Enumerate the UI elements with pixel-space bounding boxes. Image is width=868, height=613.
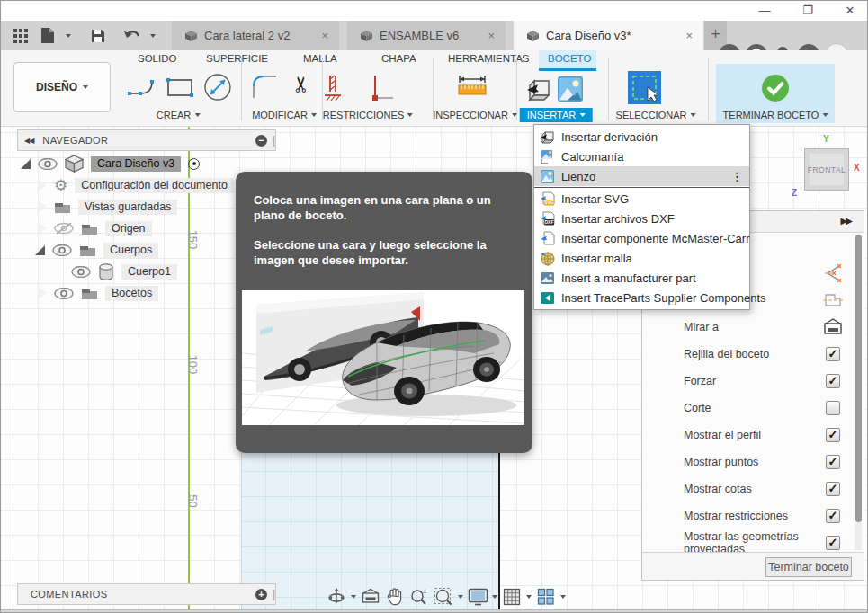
navigator-collapse-icon[interactable]: − xyxy=(255,135,267,147)
collapse-left-icon[interactable]: ◀◀ xyxy=(24,137,33,145)
tree-item-label[interactable]: Origen xyxy=(105,221,152,236)
tree-item-label[interactable]: Cuerpos xyxy=(103,243,158,258)
group-terminar-boceto[interactable]: TERMINAR BOCETO xyxy=(723,108,828,121)
group-inspeccionar[interactable]: INSPECCIONAR xyxy=(433,108,517,121)
tree-item-label[interactable]: Cuerpo1 xyxy=(121,264,177,280)
expand-closed-icon[interactable] xyxy=(39,223,47,234)
menu-item-insert-mesh[interactable]: Insertar malla xyxy=(534,248,749,268)
select-tool-icon[interactable] xyxy=(628,71,661,104)
tab-boceto[interactable]: BOCETO xyxy=(548,53,591,69)
finish-sketch-button[interactable]: Terminar boceto xyxy=(765,557,852,577)
menu-item-decal[interactable]: Calcomanía xyxy=(534,147,749,166)
expand-closed-icon[interactable] xyxy=(39,201,47,212)
expand-open-icon[interactable] xyxy=(21,159,31,169)
fit-caret-icon[interactable] xyxy=(458,595,463,599)
look-at-icon[interactable] xyxy=(361,587,380,607)
rectangle-tool-icon[interactable] xyxy=(165,74,195,101)
add-comment-icon[interactable]: + xyxy=(255,589,267,600)
look-at-icon[interactable] xyxy=(822,318,844,336)
zoom-icon[interactable]: ± xyxy=(409,587,429,607)
tree-row[interactable]: Origen xyxy=(39,218,152,238)
comments-grip-icon[interactable]: | xyxy=(273,588,275,600)
menu-item-manufacturer-part[interactable]: Insert a manufacturer part xyxy=(534,268,749,288)
tab-chapa[interactable]: CHAPA xyxy=(381,53,416,69)
viewports-caret-icon[interactable] xyxy=(560,595,566,599)
tree-row-root[interactable]: Cara Diseño v3 xyxy=(21,154,200,173)
tab-close-icon[interactable]: × xyxy=(684,29,694,42)
doc-tab[interactable]: Cara lateral 2 v2 × xyxy=(172,21,339,50)
navigator-header[interactable]: ◀◀ NAVEGADOR − | xyxy=(17,129,276,151)
orbit-icon[interactable] xyxy=(327,587,346,607)
menu-item-traceparts[interactable]: Insert TraceParts Supplier Components xyxy=(534,288,749,307)
visibility-off-eye-icon[interactable] xyxy=(54,222,74,235)
canvas-tool-icon[interactable] xyxy=(557,76,584,102)
comments-bar[interactable]: COMENTARIOS + | xyxy=(17,583,276,605)
activate-component-radio[interactable] xyxy=(188,158,200,170)
tree-item-label[interactable]: Vistas guardadas xyxy=(78,200,177,215)
finish-sketch-check-icon[interactable] xyxy=(761,74,790,102)
palette-row-show-dimensions[interactable]: Mostrar cotas ✓ xyxy=(642,475,847,502)
palette-scrollbar[interactable] xyxy=(855,235,862,550)
trim-scissors-icon[interactable]: ⚙ ✂ xyxy=(292,72,310,97)
tab-solido[interactable]: SOLIDO xyxy=(138,53,176,69)
doc-tab[interactable]: ENSAMBLE v6 × xyxy=(347,21,506,50)
pan-hand-icon[interactable] xyxy=(385,587,405,607)
design-workspace-button[interactable]: DISEÑO xyxy=(13,62,111,112)
maximize-button[interactable]: ❐ xyxy=(800,3,816,19)
tree-item-label[interactable]: Cara Diseño v3 xyxy=(91,156,181,172)
menu-item-insert-dxf[interactable]: DXF Insertar archivos DXF xyxy=(534,209,749,228)
constraint-fix-icon[interactable] xyxy=(323,74,348,102)
file-menu-icon[interactable] xyxy=(39,27,57,45)
doc-tab-active[interactable]: Cara Diseño v3* × xyxy=(514,21,703,50)
undo-caret-icon[interactable] xyxy=(150,34,156,38)
menu-item-insert-derive[interactable]: Insertar derivación xyxy=(534,127,749,147)
palette-row-show-points[interactable]: Mostrar puntos ✓ xyxy=(642,449,847,475)
tree-row[interactable]: Vistas guardadas xyxy=(39,197,177,217)
grid-caret-icon[interactable] xyxy=(526,595,532,599)
checkbox[interactable]: ✓ xyxy=(826,482,840,496)
visibility-eye-icon[interactable] xyxy=(54,288,74,299)
fillet-tool-icon[interactable] xyxy=(251,74,278,101)
palette-row-sketch-grid[interactable]: Rejilla del boceto ✓ xyxy=(642,341,847,368)
group-restricciones[interactable]: RESTRICCIONES xyxy=(323,108,413,121)
menu-item-insert-svg[interactable]: SVG Insertar SVG xyxy=(534,189,749,209)
spline-display-icon[interactable] xyxy=(822,263,844,283)
undo-icon[interactable] xyxy=(123,27,141,45)
visibility-eye-icon[interactable] xyxy=(38,158,58,170)
display-caret-icon[interactable] xyxy=(492,595,497,599)
visibility-eye-icon[interactable] xyxy=(52,244,72,256)
navigator-grip-icon[interactable]: | xyxy=(273,134,275,147)
checkbox[interactable]: ✓ xyxy=(826,509,840,523)
group-seleccionar[interactable]: SELECCIONAR xyxy=(616,108,696,121)
checkbox[interactable] xyxy=(826,401,840,415)
more-options-icon[interactable]: ⋮ xyxy=(731,170,744,183)
grid-icon[interactable] xyxy=(502,587,522,607)
tree-row[interactable]: Bocetos xyxy=(39,283,158,303)
tab-malla[interactable]: MALLA xyxy=(303,53,337,69)
close-button[interactable]: ✕ xyxy=(842,3,858,19)
checkbox[interactable]: ✓ xyxy=(826,347,840,361)
orbit-caret-icon[interactable] xyxy=(351,595,356,599)
checkbox[interactable]: ✓ xyxy=(826,536,840,550)
checkbox[interactable]: ✓ xyxy=(826,455,840,469)
save-icon[interactable] xyxy=(89,27,107,45)
tree-row[interactable]: ⚙ Configuración del documento xyxy=(39,175,234,195)
constraint-vertical-icon[interactable] xyxy=(368,74,395,102)
group-insertar[interactable]: INSERTAR xyxy=(520,108,593,122)
fit-icon[interactable] xyxy=(434,587,453,607)
tree-row-child[interactable]: Cuerpo1 xyxy=(71,262,177,281)
expand-open-icon[interactable] xyxy=(35,245,45,255)
tab-close-icon[interactable]: × xyxy=(319,29,330,42)
tree-row[interactable]: Cuerpos xyxy=(35,240,158,260)
app-grid-icon[interactable] xyxy=(12,27,30,45)
measure-tool-icon[interactable] xyxy=(456,74,488,101)
group-modificar[interactable]: MODIFICAR xyxy=(252,108,317,121)
display-settings-icon[interactable] xyxy=(468,587,488,607)
checkbox[interactable]: ✓ xyxy=(826,374,840,388)
scrollbar-thumb[interactable] xyxy=(855,235,862,522)
expand-closed-icon[interactable] xyxy=(39,180,47,191)
insert-derive-tool-icon[interactable] xyxy=(525,76,552,102)
tree-item-label[interactable]: Bocetos xyxy=(105,286,158,301)
palette-row-look-at[interactable]: Mirar a xyxy=(642,314,847,341)
palette-row-show-constraints[interactable]: Mostrar restricciones ✓ xyxy=(642,502,847,529)
